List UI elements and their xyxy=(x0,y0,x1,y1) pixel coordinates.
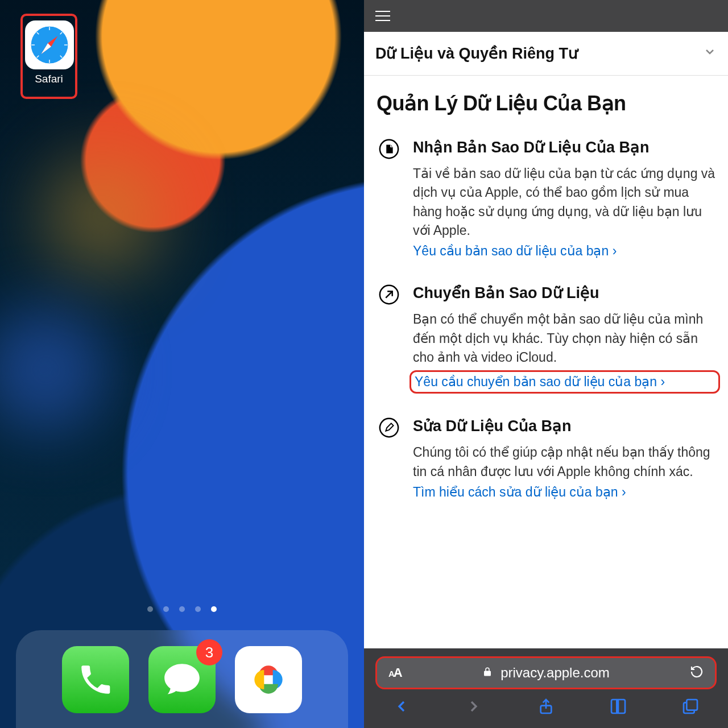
document-icon xyxy=(377,138,402,259)
breadcrumb-bar[interactable]: Dữ Liệu và Quyền Riêng Tư xyxy=(364,32,728,76)
forward-icon[interactable] xyxy=(465,697,483,718)
option-title: Nhận Bản Sao Dữ Liệu Của Bạn xyxy=(413,138,717,156)
option-link[interactable]: Tìm hiểu cách sửa dữ liệu của bạn › xyxy=(413,485,717,500)
url-host: privacy.apple.com xyxy=(500,665,610,681)
safari-toolbar xyxy=(375,689,717,728)
safari-app-highlight: Safari xyxy=(20,14,77,99)
share-icon[interactable] xyxy=(537,697,555,718)
option-link[interactable]: Yêu cầu bản sao dữ liệu của bạn › xyxy=(413,243,717,259)
google-photos-app-icon[interactable] xyxy=(235,646,302,713)
svg-line-14 xyxy=(386,292,392,298)
messages-badge: 3 xyxy=(196,639,222,665)
ios-home-screen: Safari 3 xyxy=(0,0,364,728)
option-body: Chúng tôi có thể giúp cập nhật nếu bạn t… xyxy=(413,443,717,481)
option-link-highlighted[interactable]: Yêu cầu chuyển bản sao dữ liệu của bạn › xyxy=(410,370,720,394)
breadcrumb-title: Dữ Liệu và Quyền Riêng Tư xyxy=(375,44,578,63)
messages-app-icon[interactable]: 3 xyxy=(148,646,216,713)
site-topbar xyxy=(364,0,728,32)
option-body: Tải về bản sao dữ liệu của bạn từ các ứn… xyxy=(413,164,717,240)
option-correct-data: Sửa Dữ Liệu Của Bạn Chúng tôi có thể giú… xyxy=(377,417,717,500)
safari-app-label: Safari xyxy=(25,73,73,85)
bookmarks-icon[interactable] xyxy=(609,697,627,718)
tabs-icon[interactable] xyxy=(681,697,700,718)
option-get-copy: Nhận Bản Sao Dữ Liệu Của Bạn Tải về bản … xyxy=(377,138,717,259)
option-title: Chuyển Bản Sao Dữ Liệu xyxy=(413,284,717,302)
lock-icon xyxy=(482,667,493,679)
dock: 3 xyxy=(16,630,348,728)
address-bar[interactable]: AA privacy.apple.com xyxy=(375,656,717,689)
option-body: Bạn có thể chuyển một bản sao dữ liệu củ… xyxy=(413,310,717,367)
option-transfer-copy: Chuyển Bản Sao Dữ Liệu Bạn có thể chuyển… xyxy=(377,284,717,392)
safari-bottom-bar: AA privacy.apple.com xyxy=(364,648,728,728)
page-indicator[interactable] xyxy=(0,606,364,612)
safari-window: Dữ Liệu và Quyền Riêng Tư Quản Lý Dữ Liệ… xyxy=(364,0,728,728)
phone-app-icon[interactable] xyxy=(62,646,129,713)
chevron-down-icon xyxy=(703,45,717,63)
arrow-up-right-icon xyxy=(377,284,402,392)
safari-app-icon[interactable] xyxy=(25,20,74,69)
page-title: Quản Lý Dữ Liệu Của Bạn xyxy=(377,92,717,115)
menu-icon[interactable] xyxy=(375,11,390,21)
back-icon[interactable] xyxy=(392,697,411,718)
svg-point-15 xyxy=(380,419,398,437)
pencil-icon xyxy=(377,417,402,500)
option-title: Sửa Dữ Liệu Của Bạn xyxy=(413,417,717,435)
svg-rect-17 xyxy=(686,700,697,710)
reload-icon[interactable] xyxy=(690,665,704,681)
reader-aa-icon[interactable]: AA xyxy=(388,665,402,680)
